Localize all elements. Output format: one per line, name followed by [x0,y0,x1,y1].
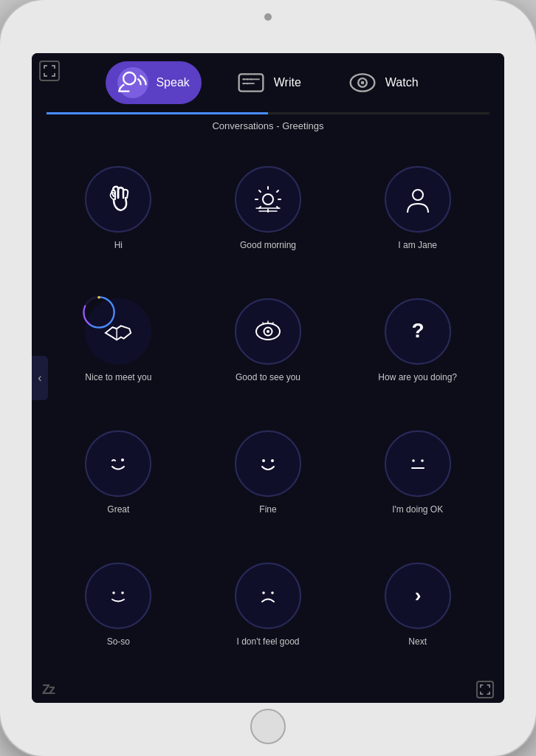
svg-point-40 [421,459,424,462]
svg-point-11 [360,81,364,85]
tab-write[interactable]: Write [224,61,313,104]
list-item[interactable]: Nice to meet you [44,274,193,406]
svg-point-37 [262,459,265,462]
tab-watch[interactable]: Watch [335,61,430,104]
svg-point-38 [271,459,274,462]
list-item[interactable]: Fine [193,406,343,538]
svg-point-5 [247,78,248,80]
screen: ‹ Speak [32,53,504,703]
svg-point-45 [271,591,274,594]
good-to-see-you-button[interactable] [235,298,301,365]
camera [264,13,272,21]
svg-point-44 [262,591,265,594]
nice-to-meet-you-label: Nice to meet you [85,372,151,382]
great-label: Great [107,504,129,515]
progress-bar [47,112,489,114]
fine-button[interactable] [235,430,301,497]
list-item[interactable]: Good to see you [193,274,343,406]
i-am-jane-label: I am Jane [398,240,437,250]
list-item[interactable]: I'm doing OK [343,406,492,538]
progress-fill [47,112,268,114]
expand-icon-bottom[interactable] [476,681,494,698]
tablet-frame: ‹ Speak [0,0,536,756]
svg-point-42 [113,591,116,594]
tab-speak-label: Speak [156,76,189,89]
tab-write-label: Write [274,76,301,89]
list-item[interactable]: ? How are you doing? [343,274,492,406]
home-button[interactable] [250,709,286,744]
good-morning-button[interactable] [235,166,301,233]
im-doing-ok-button[interactable] [385,430,451,497]
list-item[interactable]: Great [44,406,193,538]
svg-point-39 [412,459,415,462]
svg-text:?: ? [411,319,424,342]
list-item[interactable]: I am Jane [343,142,492,274]
svg-line-33 [272,323,273,324]
how-are-you-label: How are you doing? [378,372,457,382]
svg-point-43 [122,591,125,594]
speak-icon-container [117,67,148,98]
so-so-label: So-so [107,636,130,647]
next-label: Next [408,636,427,647]
dont-feel-good-label: I don't feel good [236,636,299,647]
svg-point-6 [250,78,252,80]
nice-to-meet-you-button[interactable] [85,298,151,365]
tab-speak[interactable]: Speak [106,61,201,104]
svg-point-4 [243,78,244,80]
write-icon-container [236,67,267,98]
back-arrow[interactable]: ‹ [32,356,48,400]
svg-rect-1 [238,74,263,91]
svg-line-18 [277,190,278,192]
i-am-jane-button[interactable] [385,166,451,233]
hi-label: Hi [114,240,123,250]
good-to-see-you-label: Good to see you [236,372,300,382]
so-so-button[interactable] [85,563,151,629]
watch-icon-container [347,67,378,98]
header: Speak [32,53,504,112]
next-button[interactable]: › [385,563,451,629]
great-button[interactable] [85,430,151,497]
how-are-you-button[interactable]: ? [385,298,451,365]
section-title: Conversations - Greetings [32,114,504,136]
list-item[interactable]: So-so [44,538,193,670]
svg-point-0 [124,72,136,84]
dont-feel-good-button[interactable] [235,563,301,629]
svg-text:›: › [414,584,421,606]
tab-watch-label: Watch [385,76,419,89]
hi-button[interactable] [85,166,151,233]
grid: Hi [32,136,504,676]
nav-tabs: Speak [47,61,489,104]
svg-point-12 [263,194,273,205]
list-item[interactable]: Good morning [193,142,343,274]
svg-point-27 [97,296,100,299]
list-item[interactable]: Hi [44,142,193,274]
svg-point-36 [121,458,124,461]
svg-line-17 [259,190,261,192]
fine-label: Fine [259,504,276,515]
bottom-bar: Zz [32,676,504,703]
svg-line-32 [263,323,264,324]
svg-point-23 [413,190,423,200]
expand-icon-top[interactable] [39,61,60,81]
sleep-icon[interactable]: Zz [42,682,54,698]
svg-point-8 [247,83,248,84]
list-item[interactable]: I don't feel good [193,538,343,670]
im-doing-ok-label: I'm doing OK [392,504,443,515]
good-morning-label: Good morning [240,240,296,250]
svg-point-30 [267,330,269,333]
svg-point-7 [243,83,244,84]
list-item[interactable]: › Next [343,538,492,670]
